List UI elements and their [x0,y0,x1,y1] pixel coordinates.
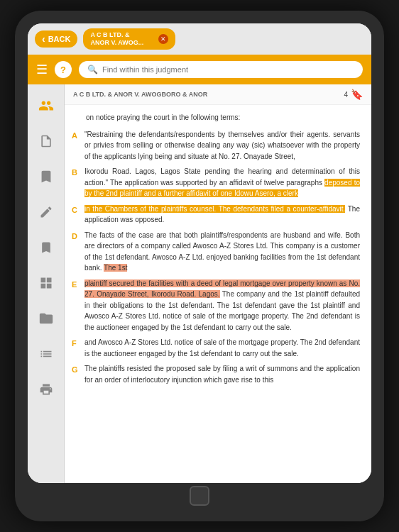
para-text-e: plaintiff secured the facilities with a … [84,278,360,333]
highlight-d-1: The 1st [104,264,127,272]
para-label-g: G [72,363,80,385]
document-body: on notice praying the court in the follo… [65,105,371,397]
paragraph-e: E plaintiff secured the facilities with … [72,278,360,333]
top-navigation-bar: ‹ BACK A C B LTD. & ANOR V. AWOG... ✕ [28,23,371,55]
para-label-e: E [72,278,80,333]
page-number: 4 [344,91,348,99]
para-text-a: "Restraining the defendants/respondents … [84,129,360,162]
search-bar[interactable]: 🔍 [79,61,363,78]
paragraph-b: B Ikorodu Road. Lagos, Lagos State pendi… [72,166,360,199]
paragraph-d: D The facts of the case are that both pl… [72,230,360,274]
paragraph-a: A "Restraining the defendants/respondent… [72,129,360,162]
para-label-c: C [72,204,80,226]
sidebar-item-print[interactable] [33,377,59,402]
sidebar-item-scale[interactable] [33,164,59,189]
tab-title-line2: ANOR V. AWOG... [90,39,143,47]
para-label-b: B [72,166,80,199]
sidebar-item-grid[interactable] [33,270,59,296]
para-label-a: A [72,129,80,162]
close-icon: ✕ [160,35,166,43]
para-label-f: F [72,337,80,359]
highlight-e-1: plaintiff secured the facilities with a … [84,279,360,299]
back-button[interactable]: ‹ BACK [35,31,77,48]
search-input[interactable] [102,65,354,74]
sidebar [28,84,65,483]
tablet-frame: ‹ BACK A C B LTD. & ANOR V. AWOG... ✕ ☰ … [15,11,384,521]
para-text-b: Ikorodu Road. Lagos, Lagos State pending… [84,166,360,199]
page-bookmark-icon[interactable]: 🔖 [351,89,363,100]
back-arrow-icon: ‹ [42,33,45,45]
menu-icon[interactable]: ☰ [36,62,48,77]
highlight-c-1: in the Chambers of the plaintiffs counse… [84,205,345,213]
back-button-label: BACK [48,35,71,43]
paragraph-f: F and Awosco A-Z Stores Ltd. notice of s… [72,337,360,359]
home-button-area [28,483,371,509]
paragraph-c: C in the Chambers of the plaintiffs coun… [72,204,360,226]
para-text-c: in the Chambers of the plaintiffs counse… [84,204,360,226]
para-text-f: and Awosco A-Z Stores Ltd. notice of sal… [84,337,360,359]
tab-close-button[interactable]: ✕ [158,34,168,44]
highlight-b-1: deposed to by the 2nd plaintiff and a fu… [84,179,360,198]
para-text-g: The plaintiffs resisted the proposed sal… [84,363,360,385]
sidebar-item-pencil[interactable] [33,199,59,225]
search-icon: 🔍 [87,65,98,74]
paragraph-g: G The plaintiffs resisted the proposed s… [72,363,360,385]
sidebar-item-document[interactable] [33,128,59,154]
content-area: A C B LTD. & ANOR V. AWOGBORO & ANOR 4 🔖… [28,84,371,483]
case-title: A C B LTD. & ANOR V. AWOGBORO & ANOR [73,91,207,98]
tab-title-line1: A C B LTD. & [90,31,143,39]
sidebar-item-list[interactable] [33,341,59,367]
para-text-d: The facts of the case are that both plai… [84,230,360,274]
toolbar: ☰ ? 🔍 [28,55,371,84]
page-info: 4 🔖 [344,89,363,100]
document-header: A C B LTD. & ANOR V. AWOGBORO & ANOR 4 🔖 [65,84,371,105]
document-area[interactable]: A C B LTD. & ANOR V. AWOGBORO & ANOR 4 🔖… [65,84,371,483]
para-label-d: D [72,230,80,274]
tablet-screen: ‹ BACK A C B LTD. & ANOR V. AWOG... ✕ ☰ … [28,23,371,483]
sidebar-item-bookmark[interactable] [33,235,59,260]
intro-paragraph: on notice praying the court in the follo… [86,112,360,123]
home-button[interactable] [190,486,209,506]
sidebar-item-folder[interactable] [33,306,59,331]
sidebar-item-people[interactable] [33,93,59,118]
tab-pill[interactable]: A C B LTD. & ANOR V. AWOG... ✕ [83,28,175,50]
help-icon[interactable]: ? [55,61,72,78]
